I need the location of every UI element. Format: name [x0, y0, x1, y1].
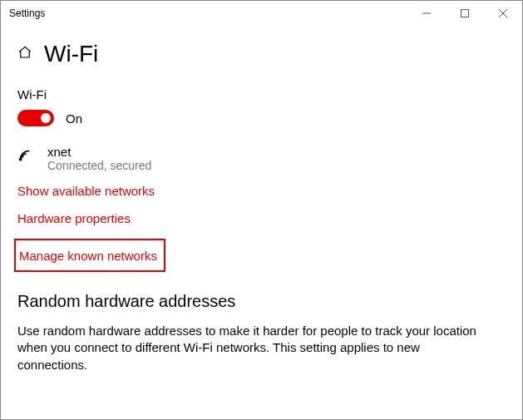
random-mac-heading: Random hardware addresses: [17, 292, 506, 311]
svg-point-4: [20, 158, 22, 160]
close-icon: [499, 9, 507, 17]
content-area: Wi-Fi Wi-Fi On xnet Connected, secured S…: [1, 26, 522, 373]
hardware-properties-link[interactable]: Hardware properties: [17, 211, 131, 225]
page-title: Wi-Fi: [44, 41, 98, 67]
manage-known-networks-link[interactable]: Manage known networks: [19, 249, 157, 263]
connection-status: Connected, secured: [47, 159, 151, 172]
wifi-toggle-state: On: [66, 111, 82, 126]
titlebar: Settings: [1, 1, 522, 26]
home-icon[interactable]: [17, 45, 32, 63]
connection-text: xnet Connected, secured: [47, 145, 151, 172]
window-title: Settings: [9, 7, 45, 19]
maximize-button[interactable]: [446, 1, 484, 26]
close-button[interactable]: [484, 1, 522, 26]
minimize-icon: [422, 9, 431, 17]
current-connection[interactable]: xnet Connected, secured: [17, 145, 506, 172]
minimize-button[interactable]: [407, 1, 446, 26]
window-controls: [407, 1, 522, 26]
wifi-section-label: Wi-Fi: [17, 87, 506, 101]
wifi-toggle[interactable]: [17, 110, 54, 126]
wifi-toggle-row: On: [17, 110, 506, 126]
toggle-knob: [41, 113, 51, 123]
show-available-networks-link[interactable]: Show available networks: [17, 184, 155, 198]
wifi-signal-icon: [17, 145, 36, 168]
random-mac-description: Use random hardware addresses to make it…: [17, 323, 483, 373]
svg-rect-1: [461, 10, 469, 17]
manage-known-highlight: Manage known networks: [14, 239, 165, 272]
page-header: Wi-Fi: [17, 41, 506, 67]
maximize-icon: [461, 9, 469, 17]
connection-ssid: xnet: [47, 145, 151, 159]
